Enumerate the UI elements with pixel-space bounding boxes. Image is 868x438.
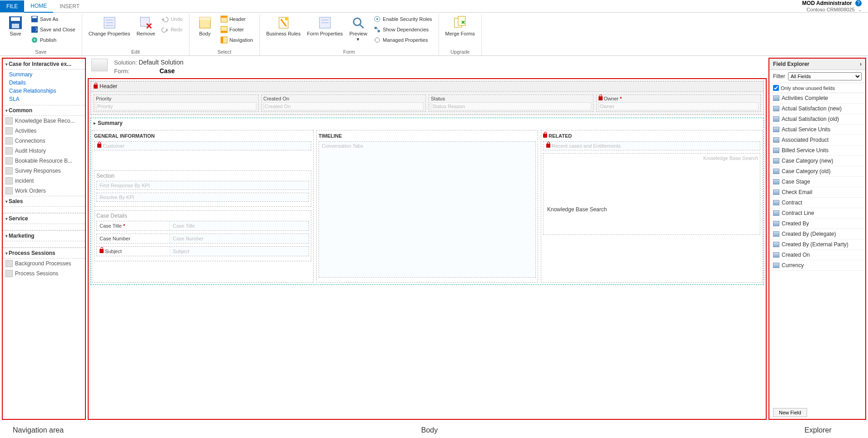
nav-item[interactable]: incident bbox=[3, 176, 85, 186]
tab-file[interactable]: FILE bbox=[0, 0, 24, 12]
ribbon-group-edit: Edit bbox=[131, 48, 140, 55]
explorer-field[interactable]: Created By bbox=[769, 219, 865, 229]
header-field[interactable]: PriorityPriority bbox=[94, 95, 259, 112]
svg-rect-2 bbox=[12, 24, 19, 28]
nav-root[interactable]: Case for Interactive ex... bbox=[3, 59, 85, 70]
remove-button[interactable]: Remove bbox=[135, 15, 157, 37]
form-properties-button[interactable]: Form Properties bbox=[305, 15, 344, 37]
filter-select[interactable]: All Fields bbox=[788, 72, 862, 80]
explorer-field[interactable]: Check Email bbox=[769, 187, 865, 198]
svg-point-21 bbox=[285, 18, 288, 20]
nav-sales[interactable]: Sales bbox=[3, 196, 85, 207]
nav-item[interactable]: Audit History bbox=[3, 146, 85, 156]
save-button[interactable]: Save bbox=[5, 15, 26, 37]
navigation-panel: Case for Interactive ex... SummaryDetail… bbox=[2, 58, 86, 420]
nav-service[interactable]: Service bbox=[3, 213, 85, 224]
kb-search-area[interactable]: Knowledge Base Search Knowledge Base Sea… bbox=[543, 153, 760, 235]
explorer-field[interactable]: Case Category (old) bbox=[769, 166, 865, 177]
tab-insert[interactable]: INSERT bbox=[53, 0, 86, 12]
business-rules-button[interactable]: Business Rules bbox=[264, 15, 303, 37]
explorer-field[interactable]: Billed Service Units bbox=[769, 145, 865, 156]
explorer-field[interactable]: Contract bbox=[769, 198, 865, 208]
col-related: RELATED bbox=[543, 132, 760, 141]
case-details-label: Case Details bbox=[96, 213, 309, 221]
chevron-right-icon[interactable]: › bbox=[860, 61, 862, 67]
only-unused-checkbox[interactable] bbox=[773, 85, 779, 91]
nav-item[interactable]: Knowledge Base Reco... bbox=[3, 116, 85, 126]
nav-item[interactable]: Bookable Resource B... bbox=[3, 156, 85, 166]
navigation-button[interactable]: Navigation bbox=[219, 35, 255, 45]
ribbon-group-upgrade: Upgrade bbox=[450, 48, 469, 55]
ribbon-group-select: Select bbox=[217, 48, 231, 55]
nav-link[interactable]: Case Relationships bbox=[9, 87, 85, 95]
form-canvas[interactable]: Header PriorityPriorityCreated OnCreated… bbox=[88, 78, 767, 420]
nav-marketing[interactable]: Marketing bbox=[3, 230, 85, 241]
nav-link[interactable]: Details bbox=[9, 79, 85, 87]
preview-button[interactable]: Preview▾ bbox=[347, 15, 369, 43]
nav-process[interactable]: Process Sessions bbox=[3, 248, 85, 259]
svg-rect-17 bbox=[221, 31, 227, 33]
redo-button[interactable]: Redo bbox=[160, 25, 184, 34]
undo-button[interactable]: Undo bbox=[160, 15, 184, 24]
explorer-field[interactable]: Created By (External Party) bbox=[769, 239, 865, 250]
footer-button[interactable]: Footer bbox=[219, 25, 255, 34]
explorer-field[interactable]: Case Stage bbox=[769, 177, 865, 187]
tab-home[interactable]: HOME bbox=[24, 0, 53, 13]
explorer-field[interactable]: Currency bbox=[769, 260, 865, 271]
field-recent-cases[interactable]: Recent cases and Entitlements bbox=[543, 141, 760, 150]
header-field[interactable]: Created OnCreated On bbox=[261, 95, 426, 112]
field-case-title[interactable]: Case Title * Case Title bbox=[96, 221, 309, 231]
nav-link[interactable]: SLA bbox=[9, 95, 85, 103]
explorer-field[interactable]: Actual Service Units bbox=[769, 124, 865, 135]
nav-item[interactable]: Activities bbox=[3, 126, 85, 136]
ribbon-group-save: Save bbox=[35, 48, 46, 55]
svg-rect-15 bbox=[221, 16, 227, 18]
only-unused-label: Only show unused fields bbox=[781, 85, 835, 91]
field-customer[interactable]: Customer bbox=[94, 141, 311, 150]
explorer-field[interactable]: Actual Satisfaction (old) bbox=[769, 114, 865, 124]
nav-link[interactable]: Summary bbox=[9, 70, 85, 79]
change-properties-button[interactable]: Change Properties bbox=[87, 15, 132, 37]
lock-icon bbox=[94, 85, 98, 89]
save-as-button[interactable]: Save As bbox=[29, 15, 77, 24]
explorer-field[interactable]: Created By (Delegate) bbox=[769, 229, 865, 239]
explorer-field[interactable]: Created On bbox=[769, 250, 865, 260]
svg-line-26 bbox=[360, 25, 364, 28]
header-button[interactable]: Header bbox=[219, 15, 255, 24]
explorer-field[interactable]: Case Category (new) bbox=[769, 156, 865, 166]
explorer-field[interactable]: Actual Satisfaction (new) bbox=[769, 104, 865, 114]
merge-forms-button[interactable]: Merge Forms bbox=[444, 15, 477, 37]
nav-item[interactable]: Background Processes bbox=[3, 259, 85, 269]
header-field[interactable]: StatusStatus Reason bbox=[429, 95, 594, 112]
help-icon[interactable]: ? bbox=[855, 0, 862, 6]
header-field[interactable]: Owner *Owner bbox=[596, 95, 761, 112]
show-dependencies-button[interactable]: Show Dependencies bbox=[372, 25, 434, 34]
explorer-field[interactable]: Activities Complete bbox=[769, 93, 865, 104]
solution-icon bbox=[91, 59, 108, 71]
nav-item[interactable]: Process Sessions bbox=[3, 269, 85, 279]
managed-properties-button[interactable]: Managed Properties bbox=[372, 35, 434, 45]
new-field-button[interactable]: New Field bbox=[773, 408, 807, 417]
svg-point-28 bbox=[376, 18, 378, 20]
field-kpi[interactable]: First Response By KPI bbox=[96, 181, 309, 190]
publish-button[interactable]: Publish bbox=[29, 35, 77, 45]
field-case-number[interactable]: Case Number Case Number bbox=[96, 234, 309, 244]
col-timeline: TIMELINE bbox=[319, 132, 536, 141]
body-button[interactable]: Body bbox=[194, 15, 216, 37]
form-header: Solution: Default Solution Form:Case bbox=[87, 56, 768, 78]
chevron-down-icon[interactable]: ⌄ bbox=[858, 7, 862, 12]
svg-rect-4 bbox=[32, 16, 37, 18]
timeline-area[interactable]: Conversation Tabs bbox=[319, 141, 536, 278]
security-roles-button[interactable]: Enable Security Roles bbox=[372, 15, 434, 24]
col-general: GENERAL INFORMATION bbox=[94, 132, 311, 141]
nav-item[interactable]: Connections bbox=[3, 136, 85, 146]
nav-item[interactable]: Work Orders bbox=[3, 186, 85, 196]
nav-common[interactable]: Common bbox=[3, 105, 85, 116]
field-explorer: Field Explorer› Filter All Fields Only s… bbox=[768, 58, 866, 420]
nav-item[interactable]: Survey Responses bbox=[3, 166, 85, 176]
explorer-field[interactable]: Associated Product bbox=[769, 135, 865, 145]
field-kpi[interactable]: Resolve By KPI bbox=[96, 193, 309, 202]
save-close-button[interactable]: Save and Close bbox=[29, 25, 77, 34]
field-subject[interactable]: Subject Subject bbox=[96, 246, 309, 256]
explorer-field[interactable]: Contract Line bbox=[769, 208, 865, 219]
